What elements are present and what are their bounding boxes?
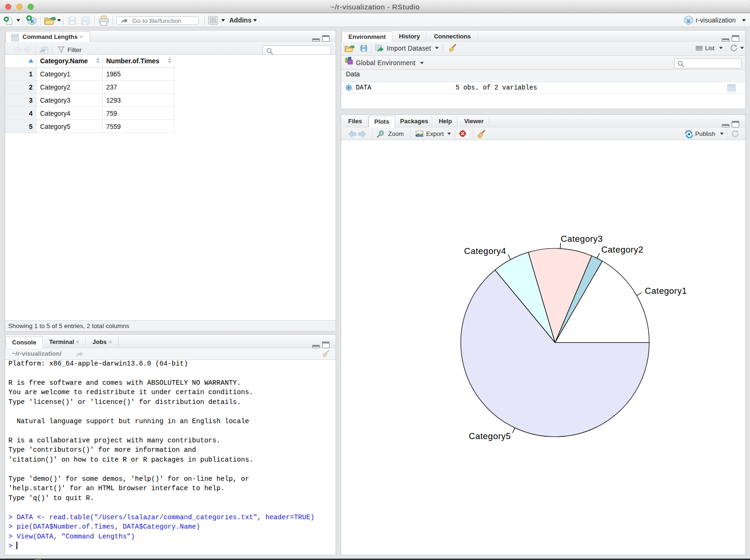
- svg-text:Category3: Category3: [561, 234, 603, 244]
- svg-text:Category2: Category2: [601, 245, 644, 254]
- svg-text:Category4: Category4: [464, 246, 506, 256]
- svg-text:Category5: Category5: [469, 431, 511, 441]
- svg-text:Category1: Category1: [645, 286, 687, 296]
- svg-text:R: R: [687, 19, 690, 24]
